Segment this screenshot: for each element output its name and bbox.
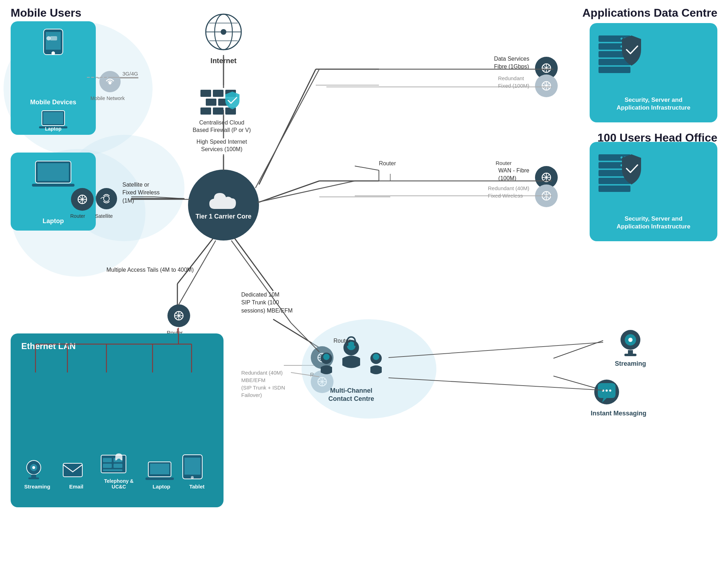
telephony-label: Telephony & UC&C <box>99 478 138 490</box>
tier1-core: Tier 1 Carrier Core <box>188 170 259 241</box>
telephony-icon <box>99 452 128 476</box>
svg-point-151 <box>602 390 604 392</box>
redundant-fixed-label: RedundantFixed (100M) <box>498 74 529 89</box>
svg-line-17 <box>234 238 273 291</box>
mobile-network-icon <box>99 71 121 92</box>
svg-line-3 <box>259 69 316 184</box>
security-app-1-label: Security, Server andApplication Infrastr… <box>590 96 717 112</box>
dedicated-10m-label: Dedicated 10MSIP Trunk (100sessions) MBE… <box>241 291 293 315</box>
data-services-label: Data ServicesFibre (1Gbps) <box>494 55 529 71</box>
svg-line-157 <box>255 69 319 188</box>
satellite-icon <box>96 188 117 209</box>
streaming-right-icon <box>614 326 646 358</box>
router-redundant-40m-icon <box>535 184 558 207</box>
svg-rect-126 <box>103 458 112 462</box>
svg-rect-63 <box>200 107 211 115</box>
laptop-remote-icon <box>32 160 75 188</box>
svg-rect-38 <box>50 36 57 40</box>
email-icon <box>60 457 85 482</box>
svg-rect-140 <box>354 342 357 346</box>
firewall-icon <box>199 88 245 116</box>
firewall-container <box>199 88 245 116</box>
svg-rect-80 <box>599 67 630 73</box>
svg-point-152 <box>606 390 608 392</box>
streaming-right-container: Streaming <box>614 326 646 368</box>
svg-rect-133 <box>145 477 174 480</box>
laptop-mobile-label: Laptop <box>11 126 96 132</box>
svg-rect-132 <box>150 464 169 474</box>
3g4g-label: 3G/4G <box>122 70 138 77</box>
svg-line-32 <box>553 341 603 358</box>
svg-rect-59 <box>213 90 224 97</box>
mobile-network-label: Mobile Network <box>90 95 125 101</box>
svg-rect-40 <box>43 112 63 124</box>
svg-text:Router: Router <box>379 160 396 166</box>
svg-rect-44 <box>38 163 69 181</box>
svg-line-15 <box>177 234 216 284</box>
svg-rect-149 <box>624 354 636 356</box>
svg-rect-64 <box>213 107 224 115</box>
instant-msg-label: Instant Messaging <box>591 410 646 417</box>
internet-container <box>202 11 245 53</box>
instant-msg-icon <box>591 376 623 408</box>
instant-msg-container: Instant Messaging <box>591 376 646 417</box>
internet-label: Internet <box>202 56 245 65</box>
svg-rect-35 <box>46 32 61 50</box>
redundant-40m-label: Redundant (40M)Fixed Wireless <box>488 184 529 199</box>
streaming-lan-icon <box>21 457 46 482</box>
svg-point-142 <box>323 354 330 360</box>
tablet-label: Tablet <box>181 484 213 490</box>
ethernet-lan-title: Ethernet LAN <box>21 341 76 352</box>
svg-rect-45 <box>32 184 75 187</box>
router-remote-label: Router <box>70 213 85 219</box>
svg-rect-135 <box>184 458 200 475</box>
laptop-lan-icon <box>145 460 174 482</box>
svg-rect-148 <box>628 350 633 354</box>
router-lan-icon <box>167 304 190 327</box>
sat-fixed-label: Satellite orFixed Wireless(1M) <box>122 181 160 205</box>
multi-channel-label: Multi-ChannelContact Centre <box>312 387 390 403</box>
laptop-lan-label: Laptop <box>145 484 177 490</box>
svg-rect-122 <box>31 475 36 477</box>
security-app-2-label: Security, Server andApplication Infrastr… <box>590 215 717 231</box>
svg-rect-58 <box>200 90 211 97</box>
mobile-users-title: Mobile Users <box>11 6 81 20</box>
svg-point-121 <box>32 466 35 469</box>
people-headset-icon <box>316 330 387 383</box>
email-label: Email <box>60 484 92 490</box>
svg-rect-61 <box>206 99 216 106</box>
applications-dc-title: Applications Data Centre <box>540 6 717 20</box>
multi-channel-icon <box>316 330 387 383</box>
router-wan-label: Router <box>496 160 512 167</box>
svg-rect-128 <box>103 464 112 468</box>
svg-point-153 <box>609 390 611 392</box>
mobile-device-icon <box>41 28 66 60</box>
server-app-icon <box>597 34 643 80</box>
svg-rect-65 <box>225 107 236 115</box>
router-remote-icon <box>71 188 94 211</box>
svg-point-36 <box>51 51 55 55</box>
firewall-label: Centralised CloudBased Firewall (P or V) <box>188 119 255 134</box>
applications-dc-box: Security, Server andApplication Infrastr… <box>590 23 717 122</box>
svg-point-42 <box>109 82 111 84</box>
svg-point-147 <box>628 338 633 342</box>
svg-point-51 <box>104 196 109 201</box>
tablet-icon <box>181 453 204 482</box>
high-speed-label: High Speed InternetServices (100M) <box>188 138 255 153</box>
svg-rect-123 <box>28 477 39 479</box>
cloud-icon <box>208 189 239 212</box>
svg-line-11 <box>355 166 379 170</box>
head-office-security-box: Security, Server andApplication Infrastr… <box>590 142 717 241</box>
server-ho-icon <box>597 153 643 199</box>
svg-rect-124 <box>63 463 82 477</box>
multiple-access-label: Multiple Access Tails (4M to 400M) <box>106 266 194 274</box>
svg-line-8 <box>259 181 319 202</box>
svg-line-163 <box>258 181 355 202</box>
svg-rect-139 <box>346 342 348 346</box>
tier1-label: Tier 1 Carrier Core <box>195 212 252 221</box>
svg-point-144 <box>373 354 379 360</box>
svg-point-136 <box>191 476 194 479</box>
svg-rect-129 <box>114 464 122 468</box>
streaming-right-label: Streaming <box>614 360 646 368</box>
svg-point-57 <box>221 29 226 35</box>
